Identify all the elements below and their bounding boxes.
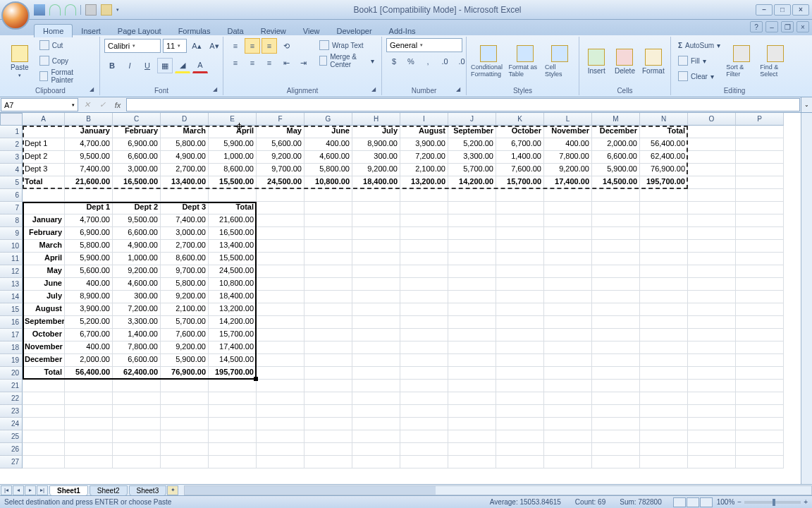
zoom-level[interactable]: 100% bbox=[717, 498, 735, 506]
cell[interactable]: 17,400.00 bbox=[544, 176, 592, 189]
cell[interactable] bbox=[640, 367, 688, 380]
cell[interactable]: 1,000.00 bbox=[113, 253, 161, 265]
cell[interactable] bbox=[496, 214, 544, 227]
cell[interactable] bbox=[736, 354, 784, 367]
cell[interactable] bbox=[688, 164, 736, 176]
cell[interactable] bbox=[736, 380, 784, 392]
print-icon[interactable] bbox=[85, 4, 97, 16]
font-name-combo[interactable]: Calibri▾ bbox=[104, 39, 161, 53]
cell[interactable] bbox=[257, 456, 304, 468]
cell[interactable] bbox=[736, 278, 784, 291]
close-button[interactable]: × bbox=[792, 4, 809, 16]
align-left-button[interactable]: ≡ bbox=[228, 55, 243, 71]
cell[interactable] bbox=[736, 126, 784, 138]
align-middle-button[interactable]: ≡ bbox=[245, 38, 260, 54]
cell[interactable]: 9,200.00 bbox=[161, 341, 209, 354]
cell[interactable] bbox=[304, 265, 352, 278]
cell[interactable] bbox=[400, 303, 448, 316]
cell[interactable] bbox=[496, 341, 544, 354]
cell[interactable] bbox=[448, 240, 496, 253]
cell[interactable] bbox=[688, 151, 736, 164]
cell[interactable] bbox=[736, 151, 784, 164]
dialog-launcher-icon[interactable]: ◢ bbox=[213, 86, 221, 95]
cell[interactable]: Dept 1 bbox=[65, 202, 113, 214]
cell[interactable] bbox=[352, 214, 400, 227]
cell[interactable]: 5,800.00 bbox=[161, 278, 209, 291]
cell[interactable]: 13,400.00 bbox=[209, 240, 257, 253]
cell[interactable] bbox=[592, 189, 640, 202]
cell[interactable] bbox=[640, 189, 688, 202]
cell[interactable]: February bbox=[113, 126, 161, 138]
cell[interactable] bbox=[257, 418, 304, 430]
column-header[interactable]: K bbox=[496, 113, 544, 126]
cell[interactable]: 21,600.00 bbox=[65, 176, 113, 189]
cell[interactable] bbox=[304, 189, 352, 202]
cell[interactable] bbox=[592, 380, 640, 392]
cell[interactable] bbox=[352, 341, 400, 354]
cell[interactable]: 195,700.00 bbox=[640, 176, 688, 189]
cell[interactable]: 5,800.00 bbox=[65, 240, 113, 253]
font-color-button[interactable]: A bbox=[192, 58, 208, 73]
cell[interactable] bbox=[400, 265, 448, 278]
increase-indent-button[interactable]: ⇥ bbox=[295, 55, 311, 71]
cell[interactable]: 9,200.00 bbox=[544, 164, 592, 176]
row-header[interactable]: 3 bbox=[0, 151, 23, 164]
cell[interactable]: 5,200.00 bbox=[65, 316, 113, 329]
cell[interactable] bbox=[304, 253, 352, 265]
cell[interactable]: 8,900.00 bbox=[65, 291, 113, 303]
cell[interactable] bbox=[688, 316, 736, 329]
cell[interactable] bbox=[448, 265, 496, 278]
cell[interactable] bbox=[640, 430, 688, 443]
cell[interactable] bbox=[640, 354, 688, 367]
cell[interactable] bbox=[113, 456, 161, 468]
column-header[interactable]: L bbox=[544, 113, 592, 126]
column-header[interactable]: A bbox=[23, 113, 65, 126]
cell[interactable] bbox=[736, 202, 784, 214]
cell[interactable] bbox=[161, 405, 209, 418]
borders-button[interactable]: ▦ bbox=[157, 58, 173, 73]
zoom-slider[interactable] bbox=[744, 501, 801, 504]
number-format-combo[interactable]: General▾ bbox=[386, 38, 462, 52]
row-header[interactable]: 11 bbox=[0, 253, 23, 265]
cell[interactable] bbox=[736, 392, 784, 405]
cell[interactable]: Dept 3 bbox=[23, 164, 65, 176]
cell[interactable] bbox=[448, 418, 496, 430]
cell[interactable]: 2,100.00 bbox=[400, 164, 448, 176]
cell[interactable] bbox=[113, 430, 161, 443]
cell[interactable] bbox=[640, 202, 688, 214]
cell[interactable]: Dept 2 bbox=[113, 202, 161, 214]
cell[interactable] bbox=[688, 227, 736, 240]
cell[interactable] bbox=[592, 316, 640, 329]
cell[interactable] bbox=[23, 202, 65, 214]
cell[interactable]: 7,200.00 bbox=[113, 303, 161, 316]
tab-data[interactable]: Data bbox=[219, 25, 252, 37]
undo-icon[interactable] bbox=[49, 4, 61, 16]
cell[interactable]: Dept 2 bbox=[23, 151, 65, 164]
cell[interactable] bbox=[304, 443, 352, 456]
cell[interactable] bbox=[640, 456, 688, 468]
row-header[interactable]: 18 bbox=[0, 341, 23, 354]
cell[interactable]: 400.00 bbox=[544, 138, 592, 151]
cell[interactable] bbox=[592, 354, 640, 367]
cell[interactable] bbox=[400, 329, 448, 341]
first-sheet-button[interactable]: |◂ bbox=[1, 485, 12, 495]
horizontal-scrollbar[interactable] bbox=[184, 485, 812, 495]
cell[interactable] bbox=[640, 291, 688, 303]
cell[interactable]: 56,400.00 bbox=[640, 138, 688, 151]
vertical-scrollbar[interactable] bbox=[801, 113, 812, 484]
column-header[interactable]: D bbox=[161, 113, 209, 126]
cell[interactable] bbox=[448, 341, 496, 354]
cell[interactable] bbox=[688, 253, 736, 265]
cell[interactable] bbox=[161, 430, 209, 443]
cell[interactable] bbox=[304, 316, 352, 329]
cell[interactable] bbox=[448, 329, 496, 341]
cell[interactable]: Total bbox=[23, 367, 65, 380]
cell[interactable] bbox=[496, 189, 544, 202]
column-header[interactable]: G bbox=[304, 113, 352, 126]
cell[interactable] bbox=[688, 176, 736, 189]
dialog-launcher-icon[interactable]: ◢ bbox=[371, 86, 380, 95]
cell[interactable] bbox=[688, 380, 736, 392]
cell[interactable] bbox=[496, 367, 544, 380]
cell[interactable]: 6,700.00 bbox=[496, 138, 544, 151]
cell[interactable] bbox=[257, 380, 304, 392]
